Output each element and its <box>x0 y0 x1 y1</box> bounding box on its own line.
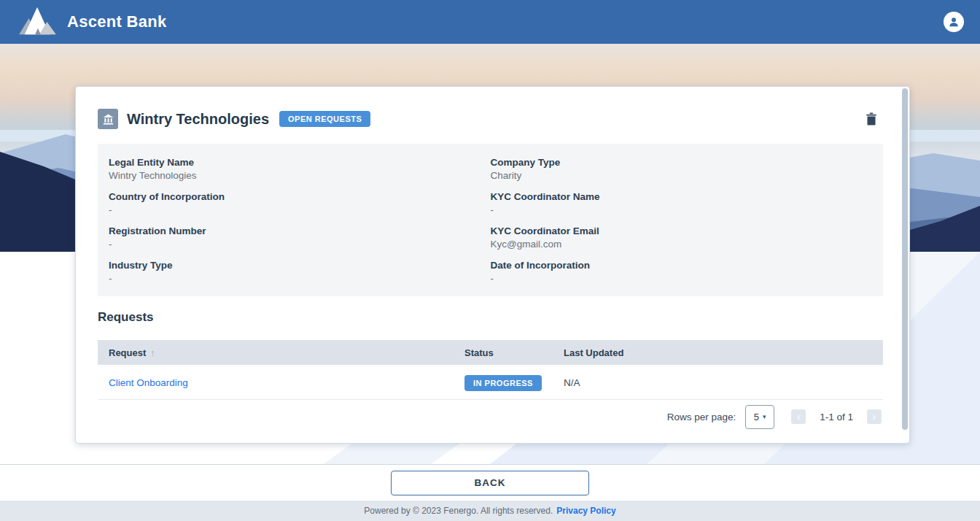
column-header-status: Status <box>454 347 553 358</box>
requests-section-title: Requests <box>98 310 154 325</box>
back-button[interactable]: BACK <box>391 471 589 495</box>
last-updated-value: N/A <box>564 377 580 388</box>
field-value: - <box>109 272 491 285</box>
field-label: Registration Number <box>109 225 491 237</box>
page-footer: Powered by © 2023 Fenergo. All rights re… <box>0 501 980 521</box>
requests-table-header: Request↑ Status Last Updated <box>98 340 883 365</box>
privacy-policy-link[interactable]: Privacy Policy <box>556 506 615 516</box>
column-header-request[interactable]: Request↑ <box>98 347 454 358</box>
chevron-right-icon: › <box>873 411 876 422</box>
field-company-type: Company Type Charity <box>491 156 873 190</box>
card-header: Wintry Technologies OPEN REQUESTS <box>98 109 877 129</box>
field-value: Charity <box>491 169 873 182</box>
field-label: Company Type <box>491 156 873 169</box>
field-label: KYC Coordinator Name <box>491 190 873 203</box>
field-legal-entity-name: Legal Entity Name Wintry Technologies <box>109 156 491 190</box>
column-header-last-updated: Last Updated <box>553 347 883 358</box>
brand-title: Ascent Bank <box>67 12 167 31</box>
field-kyc-coordinator-email: KYC Coordinator Email Kyc@gmail.com <box>491 225 873 259</box>
footer-copyright-text: Powered by © 2023 Fenergo. All rights re… <box>364 506 553 516</box>
rows-per-page-label: Rows per page: <box>667 412 736 422</box>
chevron-left-icon: ‹ <box>797 411 801 422</box>
field-value: - <box>109 204 491 216</box>
rows-per-page-value: 5 <box>754 412 759 422</box>
caret-down-icon: ▾ <box>763 413 766 420</box>
field-value: - <box>491 204 873 216</box>
rows-per-page-select[interactable]: 5 ▾ <box>745 405 774 429</box>
previous-page-button[interactable]: ‹ <box>791 409 806 424</box>
field-label: Legal Entity Name <box>109 156 491 169</box>
requests-table: Request↑ Status Last Updated Client Onbo… <box>98 340 883 400</box>
field-industry-type: Industry Type - <box>109 259 491 293</box>
sort-ascending-icon: ↑ <box>150 347 155 358</box>
user-avatar-button[interactable] <box>944 12 964 32</box>
top-navigation-bar: Ascent Bank <box>0 0 980 44</box>
field-label: Industry Type <box>109 259 491 271</box>
field-value: - <box>491 272 873 285</box>
card-scrollbar-thumb[interactable] <box>902 88 908 430</box>
open-requests-badge: OPEN REQUESTS <box>279 111 370 127</box>
field-date-of-incorporation: Date of Incorporation - <box>491 259 873 293</box>
field-value: - <box>109 238 491 250</box>
field-kyc-coordinator-name: KYC Coordinator Name - <box>491 190 873 225</box>
request-link[interactable]: Client Onboarding <box>109 377 188 388</box>
delete-entity-button[interactable] <box>866 112 877 126</box>
field-value: Kyc@gmail.com <box>491 238 873 250</box>
trash-icon <box>866 112 877 126</box>
pagination-range-text: 1-1 of 1 <box>820 412 853 422</box>
entity-details-panel: Legal Entity Name Wintry Technologies Co… <box>98 144 883 296</box>
field-label: KYC Coordinator Email <box>491 225 873 237</box>
table-pagination: Rows per page: 5 ▾ ‹ 1-1 of 1 › <box>667 403 882 431</box>
table-row: Client Onboarding IN PROGRESS N/A <box>98 365 883 400</box>
field-label: Date of Incorporation <box>491 259 873 271</box>
person-icon <box>946 15 961 29</box>
mountain-logo-icon <box>16 4 58 40</box>
action-bar: BACK <box>0 464 980 501</box>
entity-detail-card: Wintry Technologies OPEN REQUESTS Legal … <box>75 86 910 444</box>
field-value: Wintry Technologies <box>109 169 491 182</box>
next-page-button[interactable]: › <box>867 409 882 424</box>
bank-icon <box>98 109 118 129</box>
field-country-of-incorporation: Country of Incorporation - <box>109 190 491 225</box>
field-registration-number: Registration Number - <box>109 225 491 259</box>
field-label: Country of Incorporation <box>109 190 491 203</box>
status-badge: IN PROGRESS <box>464 375 542 391</box>
entity-name-title: Wintry Technologies <box>127 111 269 128</box>
